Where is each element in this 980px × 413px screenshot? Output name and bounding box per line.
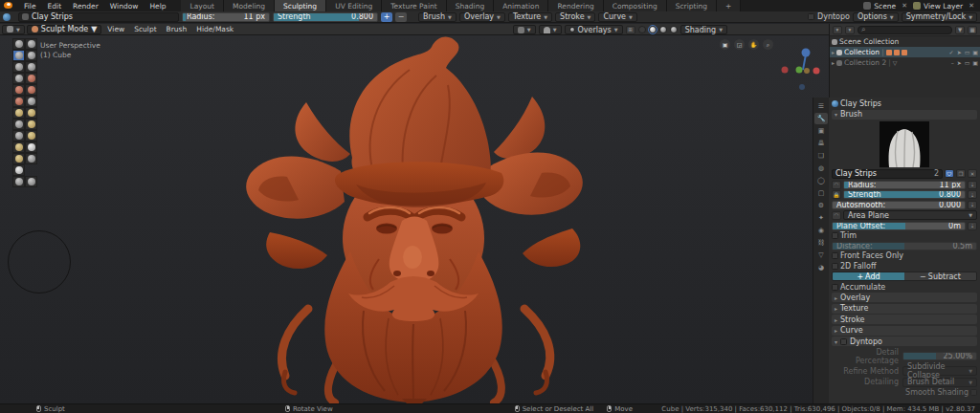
tab-constraints[interactable]: ⛓ bbox=[814, 237, 828, 249]
new-brush-icon[interactable]: ❐ bbox=[956, 169, 966, 178]
tab-render[interactable]: ▣ bbox=[814, 125, 828, 137]
tab-data[interactable]: ▽ bbox=[814, 250, 828, 261]
shading-material-button[interactable] bbox=[659, 26, 667, 33]
tool-clay-strips[interactable] bbox=[12, 50, 25, 61]
tool-crease[interactable] bbox=[12, 73, 25, 84]
tab-uv-editing[interactable]: UV Editing bbox=[326, 0, 382, 11]
shading-dropdown[interactable]: Shading▼ bbox=[680, 25, 727, 34]
new-collection-icon[interactable]: ▦ bbox=[968, 26, 977, 34]
radius-pressure-icon[interactable]: ◠ bbox=[832, 181, 841, 189]
checkbox-icon[interactable]: ✓ bbox=[949, 49, 954, 55]
subtract-button[interactable]: −Subtract bbox=[904, 272, 976, 280]
expand-icon[interactable]: ▸ bbox=[832, 59, 835, 66]
stroke-popover[interactable]: Stroke▼ bbox=[555, 12, 595, 22]
selectable-icon[interactable]: ➤ bbox=[957, 49, 962, 55]
outliner-row-collection-2[interactable]: ▸ Collection 2 | ▽ – ➤ ▭ ▣ bbox=[830, 57, 980, 68]
brush-popover[interactable]: Brush▼ bbox=[418, 12, 457, 22]
tool-nudge[interactable] bbox=[25, 130, 37, 141]
viewport-canvas[interactable]: User Perspective (1) Cube ▣ ◲ ✋ ⌕ bbox=[0, 35, 829, 403]
editor-type-selector[interactable]: ▼ bbox=[2, 25, 25, 34]
tab-modeling[interactable]: Modeling bbox=[224, 0, 275, 11]
tool-elastic-deform[interactable] bbox=[25, 107, 37, 119]
menu-hide-mask[interactable]: Hide/Mask bbox=[192, 25, 237, 33]
add-button[interactable]: +Add bbox=[833, 272, 904, 280]
plane-offset-slider[interactable]: Plane Offset:0m bbox=[832, 222, 966, 230]
tool-thumb[interactable] bbox=[25, 119, 37, 130]
tab-animation[interactable]: Animation bbox=[494, 0, 548, 11]
strength-slider[interactable]: Strength 0.800 bbox=[273, 12, 378, 22]
transform-orientation-dropdown[interactable]: ▼ bbox=[513, 25, 536, 34]
falloff-2d-checkbox[interactable] bbox=[832, 263, 838, 270]
tool-box-mask[interactable] bbox=[12, 176, 25, 187]
tab-shading[interactable]: Shading bbox=[447, 0, 494, 11]
scene-selector[interactable]: Scene bbox=[863, 2, 896, 11]
blender-logo-icon[interactable] bbox=[3, 1, 14, 11]
menu-edit[interactable]: Edit bbox=[42, 2, 68, 11]
tool-inflate[interactable] bbox=[12, 61, 25, 73]
tab-object[interactable]: ▢ bbox=[814, 187, 828, 199]
fake-user-icon[interactable]: 🛡 bbox=[945, 169, 954, 178]
texture-popover[interactable]: Texture▼ bbox=[508, 12, 552, 22]
tab-world[interactable]: ◯ bbox=[814, 175, 828, 186]
view-layer-selector[interactable]: View Layer bbox=[913, 2, 963, 11]
trim-checkbox[interactable] bbox=[832, 232, 838, 239]
tab-modifiers[interactable]: ⚙ bbox=[814, 200, 828, 211]
dyntopo-checkbox[interactable] bbox=[808, 13, 814, 20]
detail-percentage-slider[interactable]: 25.00% bbox=[902, 352, 977, 360]
stroke-panel-header[interactable]: ▸Stroke bbox=[832, 315, 977, 324]
view-layer-remove-icon[interactable]: ✕ bbox=[967, 2, 976, 10]
detailing-dropdown[interactable]: Brush Detail▼ bbox=[902, 378, 977, 387]
navigation-gizmo[interactable] bbox=[777, 45, 821, 98]
shading-wireframe-button[interactable] bbox=[638, 26, 646, 33]
tab-physics[interactable]: ◉ bbox=[814, 225, 828, 236]
tool-fill[interactable] bbox=[25, 84, 37, 96]
symmetry-lock-popover[interactable]: Symmetry/Lock▼ bbox=[902, 12, 977, 22]
viewport-visibility-icon[interactable]: ▭ bbox=[965, 49, 970, 55]
strength-extra-icon[interactable]: ⇣ bbox=[968, 190, 977, 199]
outliner-row-scene-collection[interactable]: Scene Collection bbox=[830, 36, 980, 47]
distance-slider[interactable]: Distance:0.5m bbox=[832, 242, 977, 250]
tab-view-layer[interactable]: ❏ bbox=[814, 150, 828, 162]
tab-scene[interactable]: ◍ bbox=[814, 163, 828, 174]
overlay-popover[interactable]: Overlay▼ bbox=[459, 12, 505, 22]
autosmooth-slider[interactable]: Autosmooth:0.000 bbox=[832, 201, 966, 209]
tool-rotate[interactable] bbox=[12, 141, 25, 153]
tab-layout[interactable]: Layout bbox=[181, 0, 224, 11]
outliner-search-input[interactable]: ⌕ bbox=[858, 26, 952, 34]
brush-panel-header[interactable]: ▾Brush bbox=[832, 110, 977, 120]
curve-panel-header[interactable]: ▸Curve bbox=[832, 326, 977, 336]
tab-active-tool[interactable]: 🔧 bbox=[814, 113, 828, 124]
tool-scrape[interactable] bbox=[12, 96, 25, 107]
menu-help[interactable]: Help bbox=[144, 2, 171, 11]
tab-texture-paint[interactable]: Texture Paint bbox=[382, 0, 446, 11]
menu-file[interactable]: File bbox=[18, 2, 42, 11]
options-popover[interactable]: Options▼ bbox=[853, 12, 899, 22]
tab-rendering[interactable]: Rendering bbox=[548, 0, 603, 11]
prop-strength-slider[interactable]: Strength0.800 bbox=[843, 190, 966, 199]
pan-hand-icon[interactable]: ✋ bbox=[748, 39, 759, 50]
menu-view[interactable]: View bbox=[103, 25, 128, 33]
radius-slider[interactable]: Radius: 11 px bbox=[182, 12, 270, 22]
menu-sculpt[interactable]: Sculpt bbox=[130, 25, 160, 33]
brush-name-field[interactable]: Clay Strips 2 bbox=[832, 169, 943, 179]
menu-window[interactable]: Window bbox=[104, 2, 145, 11]
render-visibility-icon[interactable]: ▣ bbox=[972, 49, 978, 55]
expand-icon[interactable]: ▸ bbox=[832, 49, 835, 55]
tool-smooth[interactable] bbox=[25, 73, 37, 84]
properties-editor-type-icon[interactable]: ☰ bbox=[814, 100, 828, 112]
tool-grab[interactable] bbox=[12, 107, 25, 119]
tool-pinch[interactable] bbox=[25, 96, 37, 107]
perspective-toggle-icon[interactable]: ◲ bbox=[734, 39, 745, 50]
outliner-filter-icon[interactable]: ▼ bbox=[955, 26, 965, 34]
add-brush-button[interactable]: + bbox=[381, 12, 392, 22]
tab-particles[interactable]: ✦ bbox=[814, 212, 828, 224]
tab-add-workspace[interactable]: + bbox=[717, 0, 741, 11]
tool-mask[interactable] bbox=[25, 153, 37, 164]
tool-layer[interactable] bbox=[25, 50, 37, 61]
area-plane-dropdown[interactable]: Area Plane▼ bbox=[843, 210, 977, 220]
tool-mask-single[interactable] bbox=[12, 164, 25, 176]
remove-brush-button[interactable]: − bbox=[395, 12, 407, 22]
camera-view-icon[interactable]: ▣ bbox=[720, 39, 730, 50]
zoom-icon[interactable]: ⌕ bbox=[763, 39, 773, 50]
scene-unlink-icon[interactable]: ✕ bbox=[900, 2, 909, 10]
